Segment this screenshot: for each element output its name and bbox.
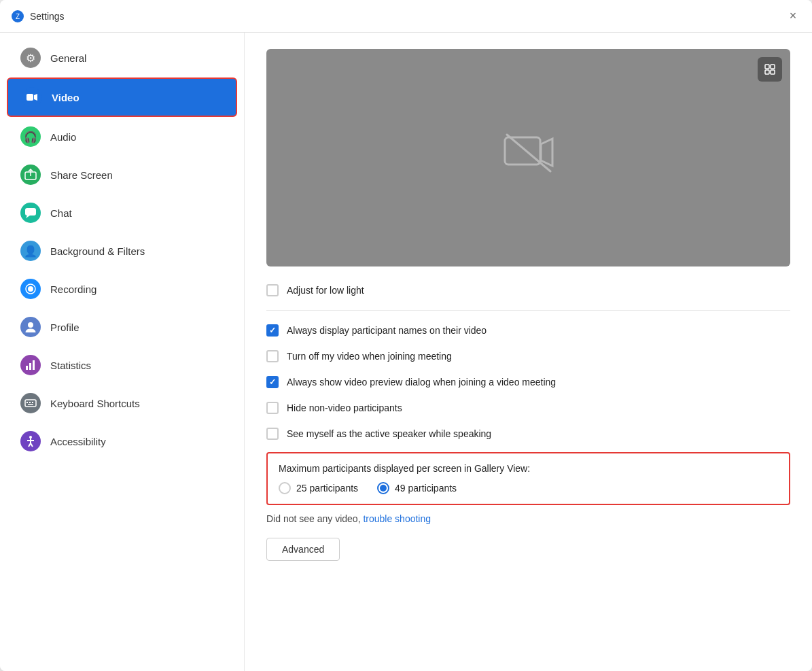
sidebar-label-general: General xyxy=(50,52,86,64)
see-myself-row: See myself as the active speaker while s… xyxy=(266,421,790,447)
trouble-prefix: Did not see any video, xyxy=(266,513,361,524)
background-icon: 👤 xyxy=(20,241,41,261)
svg-marker-24 xyxy=(541,139,552,166)
svg-line-22 xyxy=(31,443,33,447)
advanced-button[interactable]: Advanced xyxy=(266,538,340,561)
sidebar-item-share-screen[interactable]: Share Screen xyxy=(7,156,237,193)
adjust-low-light-row: Adjust for low light xyxy=(266,277,790,303)
svg-line-25 xyxy=(507,135,550,171)
troubleshoot-row: Did not see any video, trouble shooting xyxy=(266,513,790,524)
svg-rect-28 xyxy=(765,70,769,74)
radio-49-label: 49 participants xyxy=(395,483,457,494)
svg-rect-27 xyxy=(771,65,775,69)
adjust-low-light-checkbox[interactable] xyxy=(266,284,279,296)
svg-rect-26 xyxy=(765,65,769,69)
sidebar-label-profile: Profile xyxy=(50,322,80,333)
svg-rect-23 xyxy=(505,137,540,165)
turn-off-video-label: Turn off my video when joining meeting xyxy=(287,351,452,362)
video-icon xyxy=(22,87,42,107)
accessibility-icon xyxy=(20,431,41,451)
share-screen-icon xyxy=(20,165,41,185)
gallery-view-title: Maximum participants displayed per scree… xyxy=(279,463,778,474)
adjust-low-light-label: Adjust for low light xyxy=(287,285,364,296)
content-area: ⚙ General Video 🎧 Audio Share Scree xyxy=(0,33,812,671)
sidebar-label-chat: Chat xyxy=(50,207,72,219)
hide-non-video-checkbox[interactable] xyxy=(266,402,279,414)
always-show-preview-checkbox[interactable] xyxy=(266,376,279,388)
sidebar-item-background[interactable]: 👤 Background & Filters xyxy=(7,233,237,269)
radio-25-circle[interactable] xyxy=(279,482,291,494)
audio-icon: 🎧 xyxy=(20,126,41,147)
svg-rect-15 xyxy=(29,402,31,403)
always-show-preview-row: Always show video preview dialog when jo… xyxy=(266,369,790,395)
gallery-radio-row: 25 participants 49 participants xyxy=(279,482,778,494)
svg-marker-3 xyxy=(34,94,37,101)
keyboard-icon xyxy=(20,393,41,413)
turn-off-video-checkbox[interactable] xyxy=(266,350,279,362)
svg-rect-11 xyxy=(29,363,31,370)
sidebar-label-recording: Recording xyxy=(50,283,96,295)
video-preview-expand-button[interactable] xyxy=(758,57,782,82)
svg-rect-16 xyxy=(32,402,33,403)
camera-disabled-icon xyxy=(501,129,556,187)
always-display-names-label: Always display participant names on thei… xyxy=(287,325,487,336)
svg-rect-17 xyxy=(28,404,33,405)
divider-1 xyxy=(266,310,790,311)
window-title: Settings xyxy=(30,11,785,22)
sidebar-label-share-screen: Share Screen xyxy=(50,169,113,181)
see-myself-label: See myself as the active speaker while s… xyxy=(287,428,491,439)
svg-text:Z: Z xyxy=(16,13,20,20)
sidebar-item-chat[interactable]: Chat xyxy=(7,194,237,231)
sidebar-item-accessibility[interactable]: Accessibility xyxy=(7,423,237,460)
general-icon: ⚙ xyxy=(20,48,41,68)
svg-rect-14 xyxy=(27,402,28,403)
radio-49-circle[interactable] xyxy=(377,482,389,494)
sidebar: ⚙ General Video 🎧 Audio Share Scree xyxy=(0,33,245,671)
sidebar-item-profile[interactable]: Profile xyxy=(7,309,237,345)
sidebar-item-general[interactable]: ⚙ General xyxy=(7,39,237,76)
svg-point-9 xyxy=(28,322,33,328)
see-myself-checkbox[interactable] xyxy=(266,428,279,440)
svg-rect-29 xyxy=(771,70,775,74)
trouble-link[interactable]: trouble shooting xyxy=(363,513,431,524)
video-preview xyxy=(266,49,790,266)
sidebar-label-video: Video xyxy=(52,92,80,103)
always-show-preview-label: Always show video preview dialog when jo… xyxy=(287,377,556,388)
title-bar: Z Settings × xyxy=(0,0,812,33)
svg-point-18 xyxy=(29,436,32,438)
sidebar-label-audio: Audio xyxy=(50,131,76,143)
main-content: Adjust for low light Always display part… xyxy=(245,33,812,671)
sidebar-item-video[interactable]: Video xyxy=(7,78,237,117)
sidebar-label-background: Background & Filters xyxy=(50,245,145,257)
hide-non-video-label: Hide non-video participants xyxy=(287,402,402,413)
sidebar-item-statistics[interactable]: Statistics xyxy=(7,347,237,383)
svg-rect-12 xyxy=(33,360,35,370)
app-icon: Z xyxy=(11,10,24,23)
radio-25-label: 25 participants xyxy=(296,483,358,494)
svg-rect-10 xyxy=(26,366,28,370)
svg-point-8 xyxy=(28,286,33,292)
sidebar-item-audio[interactable]: 🎧 Audio xyxy=(7,118,237,155)
gallery-view-box: Maximum participants displayed per scree… xyxy=(266,452,790,505)
svg-rect-2 xyxy=(27,94,33,101)
sidebar-item-keyboard[interactable]: Keyboard Shortcuts xyxy=(7,385,237,421)
sidebar-item-recording[interactable]: Recording xyxy=(7,271,237,307)
always-display-names-row: Always display participant names on thei… xyxy=(266,317,790,343)
recording-icon xyxy=(20,279,41,299)
svg-rect-5 xyxy=(25,208,36,216)
radio-49-participants[interactable]: 49 participants xyxy=(377,482,457,494)
profile-icon xyxy=(20,317,41,337)
hide-non-video-row: Hide non-video participants xyxy=(266,395,790,421)
sidebar-label-accessibility: Accessibility xyxy=(50,436,106,447)
turn-off-video-row: Turn off my video when joining meeting xyxy=(266,343,790,369)
chat-icon xyxy=(20,203,41,223)
sidebar-label-statistics: Statistics xyxy=(50,360,91,371)
always-display-names-checkbox[interactable] xyxy=(266,324,279,337)
sidebar-label-keyboard: Keyboard Shortcuts xyxy=(50,398,140,409)
close-button[interactable]: × xyxy=(785,8,801,24)
settings-window: Z Settings × ⚙ General Video 🎧 Audio xyxy=(0,0,812,671)
statistics-icon xyxy=(20,355,41,375)
svg-marker-6 xyxy=(26,216,30,218)
radio-25-participants[interactable]: 25 participants xyxy=(279,482,358,494)
